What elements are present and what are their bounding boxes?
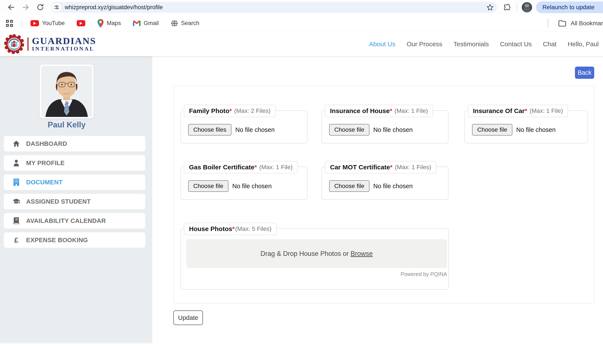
upload-card-insurance-house: Insurance of House* (Max: 1 File) Choose… [321, 110, 449, 143]
upload-card-house-photos: House Photos* (Max: 5 Files) Drag & Drop… [180, 228, 449, 290]
nav-contact-us[interactable]: Contact Us [500, 41, 532, 48]
bookmark-star-icon[interactable] [485, 3, 495, 12]
youtube-icon [77, 20, 85, 26]
upload-card-family-photo: Family Photo* (Max: 2 Files) Choose file… [180, 110, 308, 143]
house-photos-dropzone[interactable]: Drag & Drop House Photos or Browse [186, 239, 447, 268]
upload-max-note: (Max: 1 Files) [395, 164, 431, 171]
extensions-icon[interactable] [502, 3, 512, 12]
site-info-icon[interactable] [52, 3, 61, 11]
main-content: Back Family Photo* (Max: 2 Files) Choose… [152, 56, 603, 364]
site-header: GUARDIANS INTERNATIONAL About Us Our Pro… [0, 32, 603, 56]
bookmark-label: Gmail [144, 20, 159, 27]
sidebar-item-label: DOCUMENT [26, 179, 63, 186]
upload-card-car-mot: Car MOT Certificate* (Max: 1 Files) Choo… [321, 166, 449, 200]
sidebar-item-label: DASHBOARD [26, 140, 67, 147]
nav-our-process[interactable]: Our Process [406, 41, 442, 48]
upload-title: Car MOT Certificate [330, 164, 390, 171]
upload-max-note: (Max: 1 File) [394, 108, 428, 114]
sidebar-user-name: Paul Kelly [23, 120, 111, 129]
file-status-text: No file chosen [516, 126, 556, 133]
upload-card-insurance-car: Insurance Of Car* (Max: 1 File) Choose f… [464, 110, 588, 143]
person-icon [12, 160, 20, 166]
url-text[interactable]: whizpreprod.xyz/gisuatdev/host/profile [65, 4, 163, 11]
choose-file-button[interactable]: Choose file [188, 180, 228, 192]
sidebar-menu: DASHBOARD MY PROFILE DOCUMENT ASSIGNED S… [4, 136, 145, 252]
dropzone-text: Drag & Drop House Photos or [261, 250, 349, 258]
bookmark-search[interactable]: Search [171, 20, 199, 27]
profile-portrait-image [41, 66, 92, 117]
home-icon [12, 140, 20, 147]
upload-title: Insurance Of Car [473, 107, 525, 115]
upload-max-note: (Max: 1 File) [530, 108, 563, 114]
nav-about-us[interactable]: About Us [369, 41, 395, 48]
relaunch-button[interactable]: Relaunch to update [536, 1, 603, 13]
browser-toolbar: whizpreprod.xyz/gisuatdev/host/profile R… [0, 0, 603, 15]
maps-pin-icon [97, 19, 104, 28]
bookmark-label: Maps [107, 20, 121, 27]
bookmark-maps[interactable]: Maps [97, 19, 121, 28]
sidebar-item-assigned-student[interactable]: ASSIGNED STUDENT [4, 194, 145, 209]
profile-photo [40, 65, 94, 118]
update-button[interactable]: Update [173, 310, 203, 325]
sidebar-item-availability-calendar[interactable]: AVAILABILITY CALENDAR [4, 213, 145, 229]
upload-card-legend: Car MOT Certificate* (Max: 1 Files) [325, 161, 436, 173]
upload-title: House Photos [189, 225, 232, 232]
nav-testimonials[interactable]: Testimonials [453, 41, 489, 48]
documents-panel: Family Photo* (Max: 2 Files) Choose file… [173, 86, 594, 304]
sidebar-item-label: EXPENSE BOOKING [26, 237, 88, 244]
upload-card-legend: Insurance Of Car* (Max: 1 File) [468, 105, 568, 117]
bookmark-youtube[interactable]: YouTube [30, 20, 65, 27]
sidebar-item-expense-booking[interactable]: £ EXPENSE BOOKING [4, 232, 145, 248]
powered-by-credit: Powered by PQINA [401, 271, 447, 277]
site-nav: About Us Our Process Testimonials Contac… [369, 41, 600, 48]
required-asterisk: * [232, 225, 235, 232]
bookmarks-bar: YouTube Maps Gmail Search [0, 15, 603, 32]
forward-icon[interactable] [21, 3, 30, 12]
reload-icon[interactable] [35, 3, 45, 12]
address-bar[interactable]: whizpreprod.xyz/gisuatdev/host/profile [51, 2, 497, 13]
required-asterisk: * [229, 107, 232, 115]
file-status-text: No file chosen [373, 126, 413, 133]
logo-divider-bar [27, 37, 28, 51]
toolbar-divider [517, 4, 517, 11]
choose-file-button[interactable]: Choose file [329, 124, 370, 135]
choose-file-button[interactable]: Choose file [472, 124, 512, 135]
file-status-text: No file chosen [235, 126, 275, 133]
sidebar-item-label: AVAILABILITY CALENDAR [26, 217, 106, 224]
pound-icon: £ [12, 236, 20, 244]
required-asterisk: * [390, 164, 393, 171]
upload-title: Insurance of House [330, 107, 390, 115]
sidebar-item-dashboard[interactable]: DASHBOARD [4, 136, 145, 151]
sidebar-item-label: MY PROFILE [26, 160, 65, 166]
bookmarks-divider [22, 19, 22, 28]
bookmark-label: Search [181, 20, 199, 27]
back-button[interactable]: Back [575, 66, 594, 79]
browse-link[interactable]: Browse [351, 250, 373, 258]
sidebar-item-label: ASSIGNED STUDENT [26, 198, 91, 205]
building-icon [12, 178, 20, 186]
bookmark-label: YouTube [42, 20, 65, 27]
upload-max-note: (Max: 1 File) [259, 164, 293, 171]
choose-file-button[interactable]: Choose files [188, 124, 232, 135]
all-bookmarks-label[interactable]: All Bookmar [571, 20, 603, 27]
graduation-cap-icon [12, 198, 20, 205]
upload-card-legend: House Photos* (Max: 5 Files) [184, 223, 277, 235]
upload-title: Gas Boiler Certificate [189, 164, 254, 171]
back-icon[interactable] [6, 3, 16, 12]
sidebar-item-my-profile[interactable]: MY PROFILE [4, 155, 145, 171]
globe-icon [171, 20, 178, 27]
required-asterisk: * [525, 107, 527, 115]
profile-avatar[interactable] [522, 2, 532, 12]
nav-greeting[interactable]: Hello, Paul [568, 41, 599, 48]
bookmark-gmail[interactable]: Gmail [133, 20, 159, 27]
site-logo[interactable]: GUARDIANS INTERNATIONAL [4, 34, 96, 54]
bookmarks-right-divider [547, 19, 548, 28]
bookmark-youtube-2[interactable] [77, 20, 85, 26]
sidebar-item-document[interactable]: DOCUMENT [4, 175, 145, 190]
required-asterisk: * [390, 107, 392, 115]
file-status-text: No file chosen [373, 183, 413, 190]
nav-chat[interactable]: Chat [543, 41, 557, 48]
youtube-icon [30, 20, 39, 26]
choose-file-button[interactable]: Choose file [329, 180, 370, 192]
apps-grid-icon[interactable] [6, 20, 13, 27]
